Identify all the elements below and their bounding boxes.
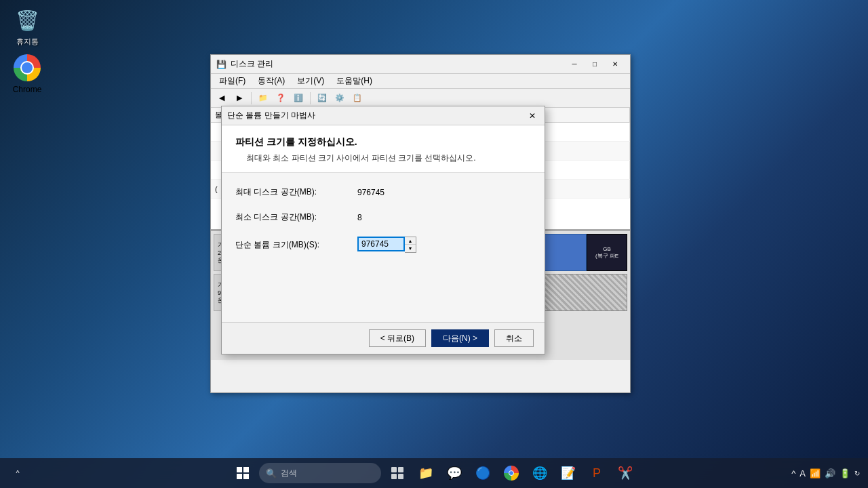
task-view-button[interactable] <box>385 461 410 485</box>
volume-size-row: 단순 볼륨 크기(MB)(S): ▲ ▼ <box>235 237 531 253</box>
wizard-dialog: 단순 볼륨 만들기 마법사 ✕ 파티션 크기를 지정하십시오. 최대와 최소 파… <box>221 106 545 354</box>
wizard-footer: < 뒤로(B) 다음(N) > 취소 <box>222 322 545 354</box>
min-disk-label: 최소 디스크 공간(MB): <box>235 211 357 223</box>
spinner-buttons: ▲ ▼ <box>405 237 416 253</box>
taskbar-right: ^ A 📶 🔊 🔋 ↻ <box>783 468 868 479</box>
taskbar-left: ^ <box>0 461 35 485</box>
svg-rect-4 <box>391 467 397 472</box>
svg-rect-1 <box>243 467 249 472</box>
apps-button[interactable]: 🔵 <box>471 461 495 485</box>
chat-button[interactable]: 💬 <box>442 461 467 485</box>
max-disk-label: 최대 디스크 공간(MB): <box>235 186 357 198</box>
notes-button[interactable]: 📝 <box>556 461 580 485</box>
recycle-bin-label: 휴지통 <box>16 37 39 47</box>
recycle-bin-icon[interactable]: 🗑️ 휴지통 <box>3 7 51 47</box>
spinner-up-button[interactable]: ▲ <box>405 237 416 245</box>
cancel-button[interactable]: 취소 <box>494 329 534 347</box>
network-button[interactable]: 🌐 <box>528 461 552 485</box>
system-tray: ^ A 📶 🔊 🔋 ↻ <box>791 468 860 479</box>
svg-rect-3 <box>243 474 249 479</box>
loading-icon: ↻ <box>854 470 860 477</box>
min-disk-row: 최소 디스크 공간(MB): 8 <box>235 211 531 223</box>
back-button[interactable]: < 뒤로(B) <box>369 329 426 347</box>
volume-size-input[interactable] <box>357 237 405 251</box>
volume-size-label: 단순 볼륨 크기(MB)(S): <box>235 239 357 251</box>
spinner-down-button[interactable]: ▼ <box>405 245 416 252</box>
powerpoint-button[interactable]: P <box>585 461 609 485</box>
start-button[interactable] <box>231 461 255 485</box>
chrome-desktop-icon[interactable]: Chrome <box>3 54 51 94</box>
wizard-header-subtitle: 최대와 최소 파티션 크기 사이에서 파티션 크기를 선택하십시오. <box>246 152 531 164</box>
taskbar-chevron[interactable]: ^ <box>5 461 30 485</box>
max-disk-value: 976745 <box>357 188 384 197</box>
min-disk-value: 8 <box>357 213 362 222</box>
max-disk-row: 최대 디스크 공간(MB): 976745 <box>235 186 531 198</box>
dialog-overlay: 단순 볼륨 만들기 마법사 ✕ 파티션 크기를 지정하십시오. 최대와 최소 파… <box>211 55 630 392</box>
chrome-icon <box>14 54 41 81</box>
svg-rect-7 <box>398 474 403 479</box>
wizard-titlebar: 단순 볼륨 만들기 마법사 ✕ <box>222 106 545 125</box>
battery-icon[interactable]: 🔋 <box>840 468 850 479</box>
disk-mgmt-window: 💾 디스크 관리 ─ □ ✕ 파일(F) 동작(A) 보기(V) 도움말(H) … <box>210 54 631 393</box>
search-input[interactable] <box>281 468 374 478</box>
svg-rect-6 <box>391 474 397 479</box>
wizard-header: 파티션 크기를 지정하십시오. 최대와 최소 파티션 크기 사이에서 파티션 크… <box>222 125 545 173</box>
wizard-header-title: 파티션 크기를 지정하십시오. <box>235 136 531 148</box>
chrome-taskbar-button[interactable] <box>499 461 524 485</box>
next-button[interactable]: 다음(N) > <box>431 329 489 347</box>
taskbar: ^ 🔍 <box>0 458 868 488</box>
svg-rect-5 <box>398 467 403 472</box>
extra-button[interactable]: ✂️ <box>613 461 637 485</box>
tray-chevron[interactable]: ^ <box>791 468 795 479</box>
taskbar-center: 🔍 📁 💬 🔵 <box>231 461 637 485</box>
desktop: 🗑️ 휴지통 Chrome 💾 디스크 관리 ─ □ ✕ 파일(F) 동작(A)… <box>0 0 868 488</box>
volume-icon[interactable]: 🔊 <box>825 468 835 479</box>
font-icon: A <box>800 468 806 479</box>
svg-rect-2 <box>237 474 242 479</box>
wifi-icon[interactable]: 📶 <box>810 468 821 479</box>
file-explorer-button[interactable]: 📁 <box>414 461 438 485</box>
wizard-body: 최대 디스크 공간(MB): 976745 최소 디스크 공간(MB): 8 단… <box>222 173 545 322</box>
chrome-label: Chrome <box>13 85 42 94</box>
volume-size-spinner: ▲ ▼ <box>357 237 416 253</box>
search-icon: 🔍 <box>266 468 277 479</box>
taskbar-search-box[interactable]: 🔍 <box>259 463 381 483</box>
svg-rect-0 <box>237 467 242 472</box>
wizard-close-button[interactable]: ✕ <box>526 110 539 122</box>
wizard-title: 단순 볼륨 만들기 마법사 <box>227 110 315 121</box>
